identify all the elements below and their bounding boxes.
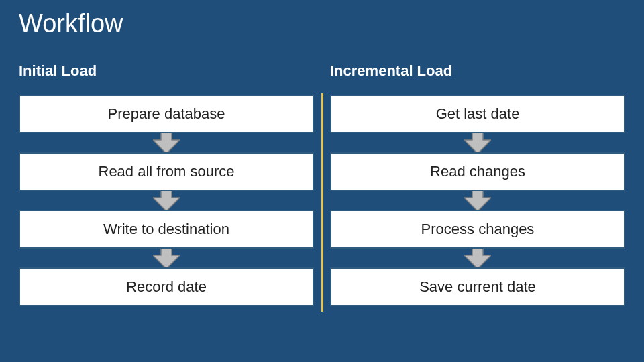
arrow-down-icon bbox=[19, 249, 314, 267]
arrow-down-icon bbox=[330, 191, 625, 210]
steps-initial-load: Prepare database Read all from source Wr… bbox=[19, 95, 314, 306]
column-initial-load: Initial Load Prepare database Read all f… bbox=[19, 62, 321, 306]
arrow-down-icon bbox=[330, 249, 625, 267]
step-box: Process changes bbox=[330, 210, 625, 249]
column-incremental-load: Incremental Load Get last date Read chan… bbox=[321, 62, 625, 306]
arrow-down-icon bbox=[19, 191, 314, 210]
step-box: Save current date bbox=[330, 267, 625, 306]
heading-incremental-load: Incremental Load bbox=[330, 62, 625, 80]
page-title: Workflow bbox=[19, 9, 625, 38]
heading-initial-load: Initial Load bbox=[19, 62, 314, 80]
step-box: Get last date bbox=[330, 95, 625, 133]
step-box: Record date bbox=[19, 267, 314, 306]
workflow-columns: Initial Load Prepare database Read all f… bbox=[19, 62, 625, 306]
step-box: Write to destination bbox=[19, 210, 314, 249]
steps-incremental-load: Get last date Read changes Process chang… bbox=[330, 95, 625, 306]
arrow-down-icon bbox=[19, 133, 314, 152]
slide: Workflow Initial Load Prepare database R… bbox=[0, 0, 644, 362]
column-divider bbox=[321, 93, 323, 312]
step-box: Prepare database bbox=[19, 95, 314, 133]
step-box: Read changes bbox=[330, 152, 625, 191]
step-box: Read all from source bbox=[19, 152, 314, 191]
arrow-down-icon bbox=[330, 133, 625, 152]
